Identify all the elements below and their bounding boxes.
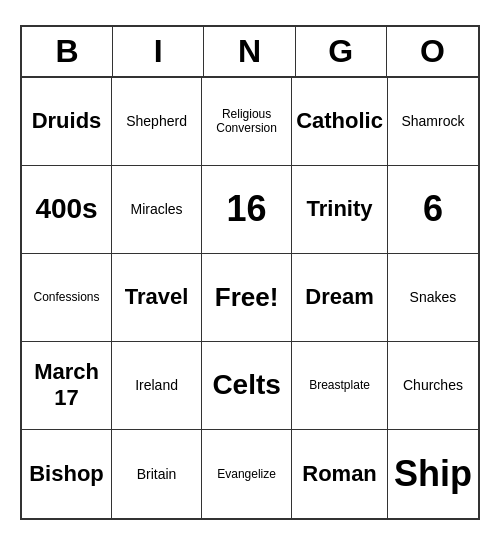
bingo-cell: Snakes [388, 254, 478, 342]
bingo-grid: DruidsShepherdReligious ConversionCathol… [22, 78, 478, 518]
bingo-cell: Bishop [22, 430, 112, 518]
bingo-header-letter: N [204, 27, 295, 76]
bingo-cell: Breastplate [292, 342, 388, 430]
bingo-cell: Religious Conversion [202, 78, 292, 166]
bingo-cell: Evangelize [202, 430, 292, 518]
bingo-header-letter: O [387, 27, 478, 76]
bingo-cell: Celts [202, 342, 292, 430]
bingo-cell: Ship [388, 430, 478, 518]
bingo-cell: Druids [22, 78, 112, 166]
bingo-cell: Trinity [292, 166, 388, 254]
bingo-cell: 400s [22, 166, 112, 254]
bingo-cell: Free! [202, 254, 292, 342]
bingo-cell: 6 [388, 166, 478, 254]
bingo-card: BINGO DruidsShepherdReligious Conversion… [20, 25, 480, 520]
bingo-header-letter: B [22, 27, 113, 76]
bingo-cell: Confessions [22, 254, 112, 342]
bingo-header: BINGO [22, 27, 478, 78]
bingo-header-letter: G [296, 27, 387, 76]
bingo-cell: Shamrock [388, 78, 478, 166]
bingo-cell: 16 [202, 166, 292, 254]
bingo-cell: Churches [388, 342, 478, 430]
bingo-cell: Dream [292, 254, 388, 342]
bingo-header-letter: I [113, 27, 204, 76]
bingo-cell: Shepherd [112, 78, 202, 166]
bingo-cell: March 17 [22, 342, 112, 430]
bingo-cell: Ireland [112, 342, 202, 430]
bingo-cell: Britain [112, 430, 202, 518]
bingo-cell: Roman [292, 430, 388, 518]
bingo-cell: Miracles [112, 166, 202, 254]
bingo-cell: Travel [112, 254, 202, 342]
bingo-cell: Catholic [292, 78, 388, 166]
